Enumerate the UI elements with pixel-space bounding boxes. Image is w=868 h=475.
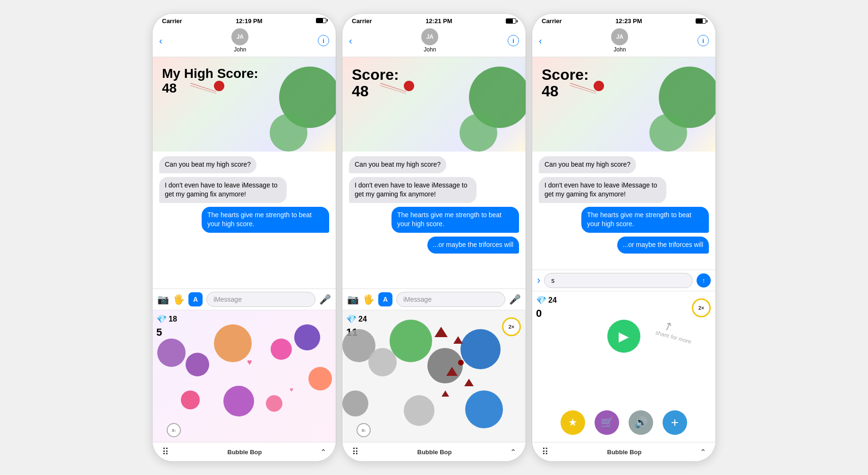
triforce-2 bbox=[453, 336, 463, 344]
add-button-3[interactable]: + bbox=[663, 410, 687, 435]
touch-icon-1[interactable]: 🖐 bbox=[173, 294, 185, 305]
bubble-outgoing-2b: ...or maybe the triforces will bbox=[427, 237, 519, 254]
time-2: 12:21 PM bbox=[425, 17, 452, 25]
bubble-incoming-3a: Can you beat my high score? bbox=[539, 156, 636, 173]
camera-icon-1[interactable]: 📷 bbox=[157, 294, 169, 305]
contact-name-2: John bbox=[424, 46, 436, 53]
play-button-3[interactable]: ▶ bbox=[607, 320, 640, 353]
bubble-purple-1 bbox=[157, 339, 186, 367]
bubble-purple-3 bbox=[294, 324, 320, 350]
game-area-2[interactable]: 2× 💎 24 11 bbox=[342, 310, 526, 442]
trajectory-svg-1 bbox=[190, 83, 219, 97]
avatar-1[interactable]: JA bbox=[231, 28, 248, 45]
game-area-3[interactable]: 2× 💎 24 0 ▶ ↗ share for more ★ 🛒 🔊 + bbox=[532, 291, 715, 442]
bubble-gray-5 bbox=[404, 395, 434, 426]
triforce-5 bbox=[442, 390, 449, 397]
bubble-gray-4 bbox=[342, 390, 368, 416]
info-button-1[interactable]: i bbox=[318, 35, 329, 46]
diamond-count-1: 18 bbox=[169, 315, 177, 323]
status-bar-1: Carrier 12:19 PM bbox=[153, 14, 336, 26]
green-circle-medium-3 bbox=[649, 114, 687, 152]
battery-1 bbox=[316, 18, 326, 25]
screens-container: Carrier 12:19 PM ‹ JA John i My High Sco… bbox=[143, 4, 725, 471]
svg-line-0 bbox=[190, 83, 216, 92]
back-button-2[interactable]: ‹ bbox=[349, 35, 352, 46]
diamond-count-3: 24 bbox=[548, 296, 557, 305]
grid-icon-1[interactable]: ⠿ bbox=[162, 446, 169, 458]
bottom-bar-3: ⠿ Bubble Bop ⌃ bbox=[532, 442, 715, 461]
camera-icon-2[interactable]: 📷 bbox=[347, 294, 359, 305]
back-button-1[interactable]: ‹ bbox=[159, 35, 162, 46]
battery-3 bbox=[696, 18, 706, 24]
messages-area-2: Can you beat my high score? I don't even… bbox=[342, 152, 526, 288]
carrier-1: Carrier bbox=[162, 17, 182, 25]
nav-bar-3: ‹ JA John i bbox=[532, 26, 715, 57]
messages-area-3: Can you beat my high score? I don't even… bbox=[532, 152, 715, 270]
grid-icon-2[interactable]: ⠿ bbox=[352, 446, 359, 458]
green-circle-medium-1 bbox=[270, 114, 307, 152]
status-bar-3: Carrier 12:23 PM bbox=[532, 14, 715, 26]
mic-icon-1[interactable]: 🎤 bbox=[319, 294, 331, 305]
game-score-display-1: 💎 18 bbox=[156, 314, 177, 324]
imessage-input-2[interactable]: iMessage bbox=[396, 292, 505, 307]
phone-screen-1: Carrier 12:19 PM ‹ JA John i My High Sco… bbox=[152, 13, 336, 462]
sound-button-3[interactable]: 🔊 bbox=[629, 410, 653, 435]
app-store-icon-2[interactable]: A bbox=[378, 292, 392, 306]
chevron-up-2[interactable]: ⌃ bbox=[510, 448, 516, 457]
contact-name-1: John bbox=[234, 46, 246, 53]
app-title-1: Bubble Bop bbox=[228, 449, 262, 456]
game-area-1[interactable]: 💎 18 5 ♥ ♥ 3↓ bbox=[153, 310, 336, 442]
game-score-1: 5 bbox=[156, 326, 162, 339]
cart-button-3[interactable]: 🛒 bbox=[595, 410, 619, 435]
grid-icon-3[interactable]: ⠿ bbox=[542, 446, 549, 458]
game-preview-3: Score: 48 bbox=[532, 57, 715, 152]
expand-icon-3[interactable]: › bbox=[537, 274, 540, 287]
bottom-bar-2: ⠿ Bubble Bop ⌃ bbox=[342, 442, 526, 461]
bubble-incoming-3b: I don't even have to leave iMessage to g… bbox=[539, 177, 666, 203]
game-score-display-3: 💎 24 bbox=[536, 295, 557, 305]
badge-2x-3: 2× bbox=[692, 298, 711, 317]
info-button-2[interactable]: i bbox=[508, 35, 519, 46]
back-button-3[interactable]: ‹ bbox=[539, 35, 542, 46]
diamond-icon-1: 💎 bbox=[156, 314, 167, 324]
bubble-gray-3 bbox=[427, 348, 463, 383]
avatar-3[interactable]: JA bbox=[611, 28, 628, 45]
status-bar-2: Carrier 12:21 PM bbox=[342, 14, 526, 26]
battery-icon-1 bbox=[316, 18, 326, 25]
shooter-1: 3↓ bbox=[167, 423, 181, 437]
mic-icon-2[interactable]: 🎤 bbox=[509, 294, 521, 305]
carrier-2: Carrier bbox=[352, 17, 372, 25]
nav-center-3: JA John bbox=[611, 28, 628, 53]
contact-name-3: John bbox=[613, 46, 626, 53]
bubble-incoming-2b: I don't even have to leave iMessage to g… bbox=[349, 177, 477, 203]
game-preview-1: My High Score: 48 bbox=[153, 57, 336, 152]
input-bar-1: 📷 🖐 A iMessage 🎤 bbox=[153, 288, 336, 310]
touch-icon-2[interactable]: 🖐 bbox=[363, 294, 374, 305]
imessage-input-1[interactable]: iMessage bbox=[206, 292, 315, 307]
app-store-icon-1[interactable]: A bbox=[188, 292, 203, 306]
bubble-pink-2 bbox=[181, 390, 200, 409]
triforce-1 bbox=[434, 327, 448, 337]
diamond-count-2: 24 bbox=[358, 315, 367, 323]
app-title-2: Bubble Bop bbox=[417, 449, 452, 456]
diamond-icon-2: 💎 bbox=[346, 314, 357, 324]
info-button-3[interactable]: i bbox=[698, 35, 709, 46]
bubble-incoming-1b: I don't even have to leave iMessage to g… bbox=[159, 177, 287, 203]
bubble-pink-1 bbox=[271, 339, 292, 360]
messages-area-1: Can you beat my high score? I don't even… bbox=[153, 152, 336, 288]
bottom-bar-1: ⠿ Bubble Bop ⌃ bbox=[153, 442, 336, 461]
avatar-2[interactable]: JA bbox=[421, 28, 438, 45]
bubble-blue-1 bbox=[460, 329, 501, 369]
svg-line-4 bbox=[570, 83, 596, 92]
game-preview-2: Score: 48 bbox=[342, 57, 526, 152]
chevron-up-1[interactable]: ⌃ bbox=[320, 448, 326, 457]
game-score-3: 0 bbox=[536, 307, 542, 320]
imessage-input-3[interactable]: s bbox=[544, 273, 693, 288]
input-bar-3: › s ↑ bbox=[532, 270, 715, 291]
favorites-button-3[interactable]: ★ bbox=[561, 410, 585, 435]
chevron-up-3[interactable]: ⌃ bbox=[700, 448, 706, 457]
bubble-incoming-2a: Can you beat my high score? bbox=[349, 156, 446, 173]
send-button-3[interactable]: ↑ bbox=[697, 273, 711, 288]
bubble-outgoing-1: The hearts give me strength to beat your… bbox=[202, 207, 329, 233]
green-circle-medium-2 bbox=[460, 114, 497, 152]
